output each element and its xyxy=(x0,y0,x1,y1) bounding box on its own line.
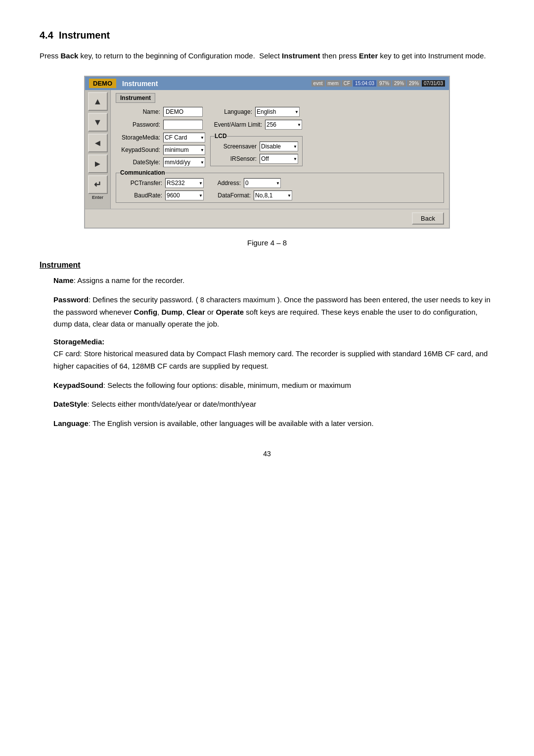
name-para: Name: Assigns a name for the recorder. xyxy=(53,275,494,287)
date-para: DateStyle: Selects either month/date/yea… xyxy=(53,398,494,411)
password-para: Password: Defines the security password.… xyxy=(53,294,494,331)
event-alarm-row: Event/Alarm Limit: 256 xyxy=(208,120,302,130)
password-term: Password xyxy=(53,295,89,304)
baudrate-select[interactable]: 9600 xyxy=(165,190,204,200)
name-desc: : Assigns a name for the recorder. xyxy=(74,276,184,284)
left-button[interactable]: ◄ xyxy=(88,134,108,152)
dataformat-select[interactable]: No,8,1 xyxy=(254,190,292,200)
storage-label: StorageMedia: xyxy=(116,134,160,141)
storage-para: CF card: Store historical measured data … xyxy=(53,348,494,373)
dataformat-label: DataFormat: xyxy=(209,192,251,199)
breadcrumb: Instrument xyxy=(116,93,155,103)
baudrate-label: BaudRate: xyxy=(120,192,162,199)
event-alarm-select-wrapper: 256 xyxy=(265,120,302,130)
address-label: Address: xyxy=(209,180,241,187)
mem-val: 29% xyxy=(392,80,406,87)
demo-label: DEMO xyxy=(89,79,116,88)
nav-sidebar: ▲ ▼ ◄ ► ↵ Enter xyxy=(85,90,111,209)
status-bar: evnt mem CF 15:04:03 xyxy=(312,80,376,87)
event-alarm-select[interactable]: 256 xyxy=(265,120,302,130)
pctransfer-row: PCTransfer: RS232 xyxy=(120,178,204,188)
section-number: 4.4 xyxy=(40,30,53,41)
screensaver-row: Screensaver Disable Enable xyxy=(215,142,298,151)
screensaver-label: Screensaver xyxy=(215,143,257,150)
screensaver-select[interactable]: Disable Enable xyxy=(260,142,298,151)
name-label: Name: xyxy=(116,108,160,115)
enter-button[interactable]: ↵ xyxy=(88,175,108,194)
keypad-select-wrapper: minimum disable medium maximum xyxy=(163,145,205,155)
cf-label: CF xyxy=(342,80,352,87)
language-para: Language: The English version is availab… xyxy=(53,418,494,430)
panel-footer: Back xyxy=(85,209,449,228)
pctransfer-label: PCTransfer: xyxy=(120,180,162,187)
date-select[interactable]: mm/dd/yy dd/mm/yy xyxy=(163,157,205,167)
irsensor-label: IRSensor: xyxy=(215,155,257,162)
date-label: DateStyle: xyxy=(116,159,160,166)
name-input[interactable] xyxy=(163,107,203,117)
irsensor-row: IRSensor: Off On xyxy=(215,154,298,164)
panel-title: Instrument xyxy=(122,80,312,88)
pctransfer-select-wrapper: RS232 xyxy=(165,178,204,188)
figure-caption: Figure 4 – 8 xyxy=(40,238,494,247)
comm-fieldset: Communication PCTransfer: RS232 Address: xyxy=(116,169,444,203)
evnt-val: 97% xyxy=(377,80,391,87)
keypad-row: KeypadSound: minimum disable medium maxi… xyxy=(116,145,205,155)
keypad-desc: : Selects the following four options: di… xyxy=(103,381,351,389)
date-display: 07/31/03 xyxy=(422,80,445,87)
down-button[interactable]: ▼ xyxy=(88,113,108,132)
instrument-panel: DEMO Instrument evnt mem CF 15:04:03 97%… xyxy=(84,76,450,229)
intro-paragraph: Press Back key, to return to the beginni… xyxy=(40,50,494,62)
page-number: 43 xyxy=(40,450,494,458)
doc-section: Instrument Name: Assigns a name for the … xyxy=(40,261,494,430)
password-label: Password: xyxy=(116,121,160,128)
mem-label: mem xyxy=(326,80,341,87)
baudrate-row: BaudRate: 9600 xyxy=(120,190,204,200)
date-term: DateStyle xyxy=(53,400,87,408)
panel-content: Instrument Name: Language: English xyxy=(111,90,449,209)
lcd-legend: LCD xyxy=(215,133,227,140)
event-alarm-label: Event/Alarm Limit: xyxy=(208,121,262,128)
storage-subheading: StorageMedia: xyxy=(53,337,494,346)
irsensor-select-wrapper: Off On xyxy=(260,154,298,164)
storage-select[interactable]: CF Card xyxy=(163,133,205,142)
panel-body: ▲ ▼ ◄ ► ↵ Enter Instrument Name: Languag… xyxy=(85,90,449,209)
address-select[interactable]: 0 xyxy=(244,178,281,188)
lcd-fieldset: LCD Screensaver Disable Enable IRSensor: xyxy=(210,133,303,166)
section-title: 4.4 Instrument xyxy=(40,30,494,41)
pctransfer-select[interactable]: RS232 xyxy=(165,178,204,188)
status-bar-2: 97% 29% 29% 07/31/03 xyxy=(377,80,445,87)
language-label: Language: xyxy=(208,108,252,115)
left-form-col: StorageMedia: CF Card KeypadSound: minim… xyxy=(116,133,205,167)
name-term: Name xyxy=(53,276,74,284)
enter-label: Enter xyxy=(92,195,103,200)
evnt-label: evnt xyxy=(312,80,325,87)
panel-titlebar: DEMO Instrument evnt mem CF 15:04:03 97%… xyxy=(85,77,449,90)
screensaver-select-wrapper: Disable Enable xyxy=(260,142,298,151)
password-row: Password: xyxy=(116,120,203,130)
language-select[interactable]: English xyxy=(255,107,300,117)
keypad-para: KeypadSound: Selects the following four … xyxy=(53,379,494,392)
language-row: Language: English xyxy=(208,107,300,117)
date-desc: : Selects either month/date/year or date… xyxy=(87,400,256,408)
dataformat-row: DataFormat: No,8,1 xyxy=(209,190,292,200)
up-button[interactable]: ▲ xyxy=(88,92,108,111)
comm-legend: Communication xyxy=(120,169,165,176)
section-name: Instrument xyxy=(59,30,110,41)
back-button[interactable]: Back xyxy=(412,212,444,225)
keypad-label: KeypadSound: xyxy=(116,146,160,153)
right-button[interactable]: ► xyxy=(88,154,108,173)
keypad-select[interactable]: minimum disable medium maximum xyxy=(163,145,205,155)
time-display: 15:04:03 xyxy=(353,80,376,87)
storage-select-wrapper: CF Card xyxy=(163,133,205,142)
keypad-term: KeypadSound xyxy=(53,381,103,389)
storage-term: StorageMedia xyxy=(53,337,102,346)
storage-row: StorageMedia: CF Card xyxy=(116,133,205,142)
doc-heading: Instrument xyxy=(40,261,494,270)
address-select-wrapper: 0 xyxy=(244,178,281,188)
irsensor-select[interactable]: Off On xyxy=(260,154,298,164)
language-term: Language xyxy=(53,419,89,427)
language-desc: : The English version is available, othe… xyxy=(89,419,374,427)
password-input[interactable] xyxy=(163,120,203,130)
date-row: DateStyle: mm/dd/yy dd/mm/yy xyxy=(116,157,205,167)
address-row: Address: 0 xyxy=(209,178,281,188)
